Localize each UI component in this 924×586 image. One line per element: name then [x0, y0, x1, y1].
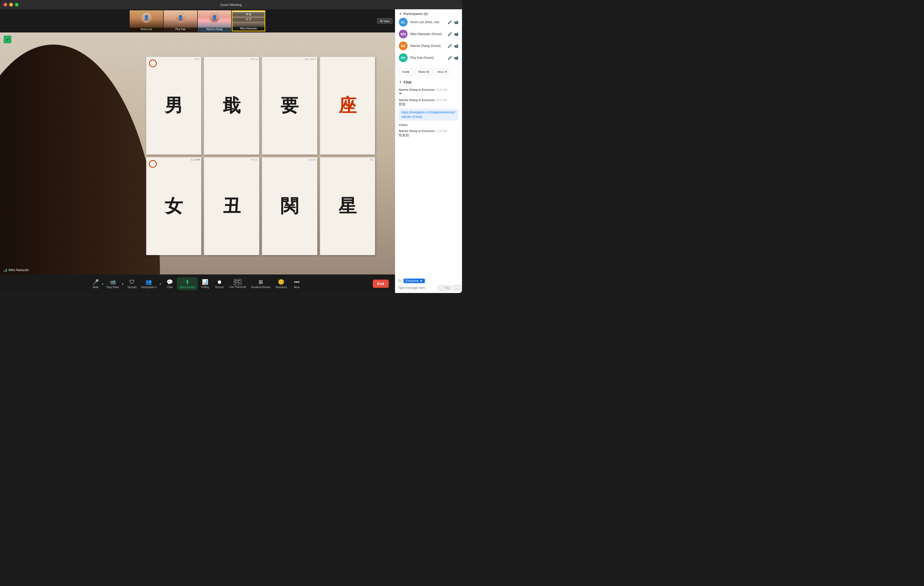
participant-name-mika: Mika Nakazato (Guest) [410, 32, 445, 36]
thumb-ploy[interactable]: 👤 Ploy Kae [164, 10, 197, 31]
paper-require: 要 おとこ まさり [262, 57, 317, 155]
chat-more-icon: ... [456, 286, 459, 290]
chat-time-2: 10:57 AM [436, 99, 447, 102]
share-screen-button[interactable]: ⬆ Share Screen [177, 277, 198, 290]
chat-time-1: 10:52 AM [436, 88, 447, 91]
chat-message-3: https://ilovejapan.co.th/japanese/entry/… [399, 109, 459, 120]
chat-message-5: Natcha Zhang to Everyone 11:03 AM 性差別 [399, 129, 459, 138]
more-button[interactable]: ••• More [290, 278, 304, 290]
participant-name-ploy: Ploy Kae (Guest) [410, 56, 445, 59]
mute-all-button[interactable]: Mute All [415, 69, 433, 75]
reactions-icon: 😊 [278, 279, 284, 285]
polling-icon: 📊 [202, 279, 208, 285]
speaker-name: Mika Nakazato [8, 268, 29, 272]
thumb-label-ploy: Ploy Kae [164, 28, 197, 31]
video-icon: 📹 [110, 279, 116, 285]
thumb-kevin[interactable]: 👤 Kevin Lee [130, 10, 163, 31]
participants-arrow[interactable]: ▲ [158, 277, 162, 290]
minimize-button[interactable] [9, 3, 13, 7]
chat-sender-1: Natcha Zhang to Everyone [399, 88, 435, 91]
breakout-rooms-button[interactable]: ⊞ Breakout Rooms [249, 277, 273, 290]
video-arrow[interactable]: ▲ [120, 277, 125, 290]
avatar-initials-ploy: PK [401, 56, 406, 60]
participant-icons-kevin: 🎤 📹 [447, 20, 459, 24]
participants-group[interactable]: 👥 Participants 4 ▲ [139, 277, 163, 290]
polling-button[interactable]: 📊 Polling [198, 277, 212, 290]
more-icon: ••• [294, 279, 300, 285]
view-icon: ⊞ [380, 19, 382, 23]
video-area: 👤 Kevin Lee 👤 Ploy Kae [0, 9, 395, 293]
chat-header: ▼ Chat [395, 77, 462, 86]
stop-video-group[interactable]: 📹 Stop Video ▲ [105, 277, 125, 290]
paper-woman: 女 おんな 娘亦 [146, 157, 201, 255]
paper-gate: 関 もんけん [262, 157, 317, 255]
panel-actions: Invite Mute All More ▼ [395, 66, 462, 77]
window-title: Zoom Meeting [220, 3, 242, 7]
share-screen-icon: ⬆ [185, 279, 190, 285]
chat-input[interactable] [398, 286, 436, 290]
chat-body-1: ☂ [399, 92, 459, 96]
chat-message-2: Natcha Zhang to Everyone 10:57 AM 部首 [399, 99, 459, 107]
speaker-label: Mika Nakazato [3, 268, 29, 272]
mute-group[interactable]: 🎤 Mute ▲ [91, 277, 105, 290]
avatar-kevin: KL [399, 18, 408, 26]
participant-item: KL Kevin Lee (Host, me) 🎤 📹 [399, 16, 459, 28]
thumb-mika[interactable]: 男 戢 女 丑 Mika Nakazato [232, 10, 265, 31]
paper-brave: 戢 ゆうしゃ [204, 57, 259, 155]
main-video: 男 おとこ 戢 ゆうしゃ 要 おとこ まさり [0, 33, 395, 275]
participants-more-button[interactable]: More ▼ [435, 69, 450, 75]
participants-button[interactable]: 👥 Participants 4 [139, 277, 158, 290]
main-content: 👤 Kevin Lee 👤 Ploy Kae [0, 9, 462, 293]
traffic-lights [3, 3, 18, 7]
chat-button[interactable]: 💬 Chat [162, 277, 177, 290]
mic-icon-kevin: 🎤 [447, 20, 452, 24]
chat-body-4: imiwa [399, 123, 459, 127]
chat-msg-header-1: Natcha Zhang to Everyone 10:52 AM [399, 88, 459, 91]
participants-chevron[interactable]: ▼ [399, 12, 402, 16]
chat-message-4: imiwa [399, 123, 459, 127]
view-button[interactable]: ⊞ View [377, 18, 393, 24]
chat-messages: Natcha Zhang to Everyone 10:52 AM ☂ Natc… [395, 86, 462, 276]
reactions-button[interactable]: 😊 Reactions [273, 277, 290, 290]
fullscreen-button[interactable] [15, 3, 18, 7]
participant-icons-mika: 🎤 📹 [447, 32, 459, 36]
paper-man: 男 おとこ [146, 57, 201, 155]
participant-name-kevin: Kevin Lee (Host, me) [410, 20, 445, 24]
cam-icon-kevin: 📹 [454, 20, 459, 24]
chat-chevron[interactable]: ▼ [399, 81, 402, 84]
chat-to-label: To: [398, 279, 402, 283]
stop-video-button[interactable]: 📹 Stop Video [105, 277, 120, 290]
mute-button[interactable]: 🎤 Mute [91, 277, 101, 290]
mic-icon-ploy: 🎤 [447, 56, 452, 60]
chat-more-button[interactable]: ... [454, 285, 462, 291]
mute-arrow[interactable]: ▲ [101, 277, 105, 290]
avatar-ploy: PK [399, 53, 408, 62]
paper-seat: 座 [320, 57, 375, 155]
chat-section: ▼ Chat Natcha Zhang to Everyone 10:52 AM… [395, 77, 462, 293]
chat-body-3[interactable]: https://ilovejapan.co.th/japanese/entry/… [399, 109, 459, 120]
dropdown-arrow-icon: ▼ [420, 279, 423, 283]
close-button[interactable] [3, 3, 7, 7]
thumb-natcha[interactable]: 👤 Natcha Zhang [198, 10, 231, 31]
mic-icon-mika: 🎤 [447, 32, 452, 36]
live-transcript-button[interactable]: CC Live Transcript [227, 278, 249, 290]
paper-star: 星 ほし [320, 157, 375, 255]
zoom-window: Zoom Meeting 👤 Kevin Lee 👤 [0, 0, 462, 293]
chat-recipient: Everyone [406, 279, 419, 283]
participant-item-mika: MN Mika Nakazato (Guest) 🎤 📹 [399, 28, 459, 40]
end-button[interactable]: End [373, 280, 389, 288]
security-button[interactable]: 🛡 Security [125, 278, 139, 290]
chat-file-button[interactable]: 📄 File [438, 285, 452, 291]
more-chevron-icon: ▼ [444, 70, 447, 74]
record-button[interactable]: ⏺ Record [212, 278, 227, 290]
toolbar: 🎤 Mute ▲ 📹 Stop Video ▲ [0, 275, 395, 293]
kanji-papers: 男 おとこ 戢 ゆうしゃ 要 おとこ まさり [146, 57, 375, 255]
participant-item-ploy: PK Ploy Kae (Guest) 🎤 📹 [399, 52, 459, 64]
chat-to-dropdown[interactable]: Everyone ▼ [403, 278, 425, 283]
invite-button[interactable]: Invite [399, 69, 413, 75]
participant-name-natcha: Natcha Zhang (Guest) [410, 44, 445, 48]
breakout-rooms-icon: ⊞ [259, 279, 263, 285]
video-scene: 男 おとこ 戢 ゆうしゃ 要 おとこ まさり [0, 33, 395, 275]
chat-msg-header-2: Natcha Zhang to Everyone 10:57 AM [399, 99, 459, 102]
thumb-label-kevin: Kevin Lee [130, 28, 163, 31]
